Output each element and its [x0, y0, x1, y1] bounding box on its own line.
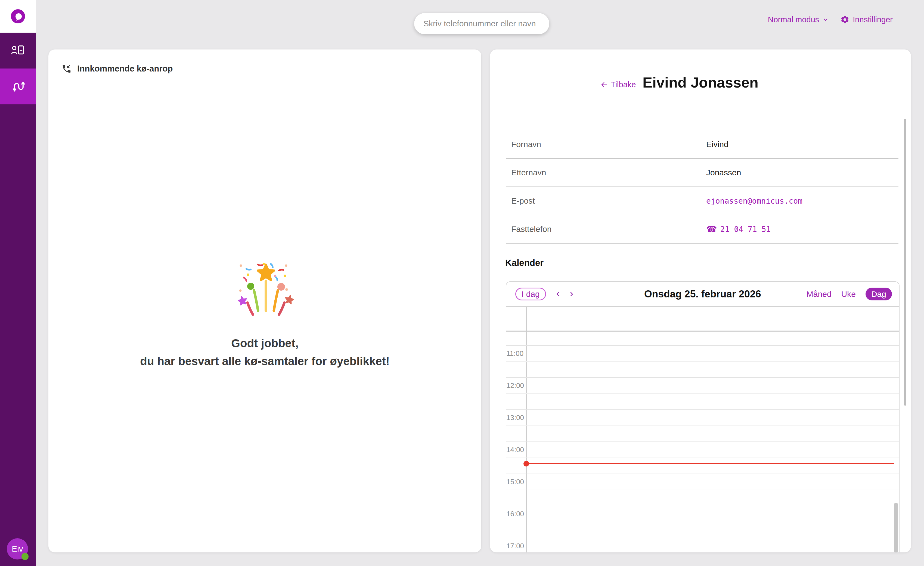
field-row-etternavn: Etternavn Jonassen [506, 159, 898, 187]
queue-empty-message-line1: Godt jobbet, [48, 334, 481, 352]
queue-empty-message-line2: du har besvart alle kø-samtaler for øyeb… [48, 352, 481, 370]
topbar-right: Normal modus Innstillinger [768, 13, 893, 25]
field-row-epost: E-post ejonassen@omnicus.com [506, 187, 898, 215]
online-status-dot [21, 553, 28, 560]
field-row-fasttelefon: Fasttelefon ☎ 21 04 71 51 [506, 215, 898, 244]
field-label: Fasttelefon [506, 225, 706, 234]
settings-button-label: Innstillinger [853, 15, 893, 24]
chevron-left-icon [554, 290, 562, 298]
queue-panel-title: Innkommende kø-anrop [77, 64, 172, 74]
queue-empty-message: Godt jobbet, du har besvart alle kø-samt… [48, 334, 481, 370]
next-day-button[interactable] [567, 290, 576, 298]
today-button[interactable]: I dag [515, 287, 546, 300]
avatar-initials: Eiv [12, 544, 23, 554]
sidebar: Eiv [0, 0, 36, 566]
field-value: Eivind [706, 140, 729, 149]
sidebar-item-routing[interactable] [0, 69, 36, 105]
field-label: E-post [506, 196, 706, 205]
time-label: 12:00 [506, 382, 523, 390]
gear-icon [840, 15, 849, 24]
view-month-button[interactable]: Måned [807, 289, 831, 299]
current-time-line [526, 463, 894, 464]
contact-panel: Tilbake Eivind Jonassen Fornavn Eivind E… [490, 49, 911, 553]
phone-icon: ☎ [706, 225, 717, 234]
chevron-down-icon [822, 16, 830, 23]
time-label: 16:00 [506, 510, 523, 518]
calendar-widget: I dag Onsdag 25. februar 2026 Måned Uke … [506, 282, 900, 553]
routing-icon [11, 80, 25, 93]
time-label: 13:00 [506, 413, 523, 422]
calendar-scrollbar[interactable] [894, 503, 898, 553]
settings-button[interactable]: Innstillinger [840, 15, 893, 24]
contact-fields: Fornavn Eivind Etternavn Jonassen E-post… [506, 130, 898, 244]
global-search [414, 13, 549, 34]
prev-day-button[interactable] [554, 290, 562, 298]
email-link[interactable]: ejonassen@omnicus.com [706, 196, 802, 205]
time-label: 14:00 [506, 446, 523, 454]
view-day-button-active[interactable]: Dag [866, 287, 892, 300]
contact-name-title: Eivind Jonassen [490, 74, 911, 91]
incoming-call-icon [62, 64, 72, 74]
celebration-fireworks-graphic [236, 261, 296, 324]
sidebar-item-contacts[interactable] [0, 33, 36, 69]
time-label: 17:00 [506, 542, 523, 550]
contact-panel-scrollbar[interactable] [904, 119, 906, 406]
contacts-icon [11, 45, 25, 56]
field-label: Fornavn [506, 140, 706, 149]
app-logo[interactable] [0, 0, 36, 33]
search-input[interactable] [414, 13, 549, 34]
current-time-dot [524, 461, 529, 467]
queue-panel-header: Innkommende kø-anrop [62, 64, 172, 74]
calendar-view-switcher: Måned Uke Dag [807, 287, 892, 300]
field-row-fornavn: Fornavn Eivind [506, 130, 898, 159]
time-label: 15:00 [506, 478, 523, 486]
omnicus-logo-icon [10, 9, 26, 24]
phone-number-link[interactable]: 21 04 71 51 [720, 225, 771, 234]
mode-selector-label: Normal modus [768, 15, 819, 24]
time-grid[interactable] [506, 345, 899, 553]
queue-panel: Innkommende kø-anrop Godt [48, 49, 481, 553]
view-week-button[interactable]: Uke [842, 289, 856, 299]
field-label: Etternavn [506, 168, 706, 177]
mode-selector[interactable]: Normal modus [768, 15, 830, 24]
chevron-right-icon [567, 290, 576, 298]
time-label: 11:00 [506, 349, 523, 358]
user-avatar[interactable]: Eiv [7, 538, 28, 560]
allday-divider [506, 331, 899, 332]
calendar-toolbar: I dag Onsdag 25. februar 2026 Måned Uke … [506, 282, 899, 307]
field-value: Jonassen [706, 168, 741, 177]
calendar-heading: Kalender [505, 258, 544, 268]
